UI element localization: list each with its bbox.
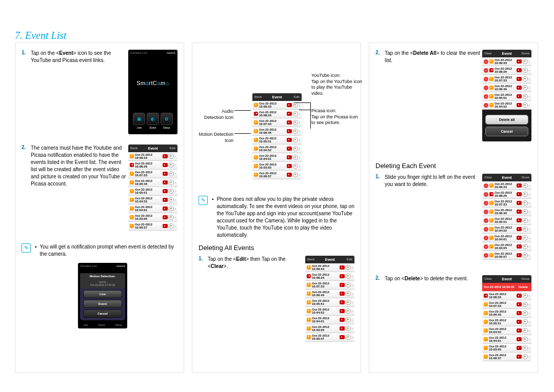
picasa-icon[interactable] — [293, 155, 298, 160]
event-row[interactable]: −Oct-22-2012 10:03:05› — [482, 242, 531, 251]
youtube-icon[interactable] — [287, 138, 292, 142]
youtube-icon[interactable] — [340, 326, 345, 331]
youtube-icon[interactable] — [517, 183, 522, 188]
youtube-icon[interactable] — [517, 103, 522, 107]
picasa-icon[interactable] — [346, 265, 351, 270]
youtube-icon[interactable] — [340, 274, 345, 278]
event-row[interactable]: −Oct-22-2012 10:04:01› — [482, 234, 531, 242]
picasa-icon[interactable] — [346, 300, 351, 305]
youtube-icon[interactable] — [517, 192, 522, 196]
delete-button[interactable]: Delete — [517, 284, 530, 290]
picasa-icon[interactable] — [523, 328, 528, 333]
event-row[interactable]: Oct-22-2012 10:07:33› — [128, 170, 177, 178]
live-button[interactable]: Live — [83, 290, 122, 298]
youtube-icon[interactable] — [340, 335, 345, 339]
event-row[interactable]: Oct-22-2012 10:05:51› — [128, 187, 177, 196]
youtube-icon[interactable] — [517, 210, 522, 214]
youtube-icon[interactable] — [517, 320, 522, 324]
event-row[interactable]: Oct-22-2012 10:00:57› — [305, 333, 354, 342]
event-row[interactable]: Oct-22-2012 10:03:05› — [482, 344, 531, 353]
event-row[interactable]: Oct-22-2012 10:00:57› — [252, 171, 302, 179]
youtube-icon[interactable] — [163, 189, 168, 193]
picasa-icon[interactable] — [293, 163, 298, 169]
picasa-icon[interactable] — [346, 274, 351, 279]
youtube-icon[interactable] — [517, 294, 522, 298]
event-row[interactable]: Oct-22-2012 10:06:46› — [482, 309, 531, 318]
picasa-icon[interactable] — [523, 209, 528, 214]
youtube-icon[interactable] — [517, 253, 522, 257]
picasa-icon[interactable] — [523, 293, 528, 298]
delete-minus-icon[interactable]: − — [484, 86, 488, 90]
event-row[interactable]: Oct-22-2012 10:03:05› — [128, 213, 177, 222]
picasa-icon[interactable] — [293, 146, 298, 151]
live-icon[interactable]: ▣ — [133, 113, 145, 125]
event-row[interactable]: Oct-22-2012 10:07:33› — [482, 300, 531, 309]
picasa-icon[interactable] — [346, 282, 351, 287]
event-button[interactable]: Event — [83, 300, 122, 308]
youtube-icon[interactable] — [517, 86, 522, 90]
youtube-icon[interactable] — [517, 201, 522, 205]
event-row[interactable]: Oct-22-2012 10:08:26› — [305, 272, 354, 281]
youtube-icon[interactable] — [517, 302, 522, 306]
picasa-icon[interactable] — [169, 154, 174, 159]
picasa-icon[interactable] — [523, 354, 528, 359]
picasa-icon[interactable] — [523, 192, 528, 197]
event-row[interactable]: −Oct-22-2012 10:09:33› — [482, 181, 531, 190]
event-row[interactable]: −Oct-22-2012 10:06:46› — [482, 84, 531, 92]
picasa-icon[interactable] — [523, 244, 528, 249]
youtube-icon[interactable] — [517, 77, 522, 81]
event-row[interactable]: Oct-22-2012 10:08:26› — [482, 292, 531, 300]
youtube-icon[interactable] — [163, 180, 168, 184]
picasa-icon[interactable] — [169, 215, 174, 220]
event-row[interactable]: Oct-22-2012 10:06:46› — [305, 290, 354, 298]
delete-minus-icon[interactable]: − — [484, 218, 488, 223]
picasa-icon[interactable] — [523, 76, 528, 81]
cancel-button[interactable]: Cancel — [485, 127, 528, 136]
youtube-icon[interactable] — [287, 155, 292, 159]
picasa-icon[interactable] — [346, 326, 351, 331]
event-row[interactable]: Oct-22-2012 10:00:57› — [128, 222, 177, 231]
youtube-icon[interactable] — [517, 337, 522, 341]
event-row[interactable]: −Oct-22-2012 10:08:26› — [482, 190, 531, 199]
picasa-icon[interactable] — [523, 200, 528, 205]
youtube-icon[interactable] — [340, 318, 345, 322]
picasa-icon[interactable] — [523, 235, 528, 240]
picasa-icon[interactable] — [346, 317, 351, 322]
picasa-icon[interactable] — [523, 85, 528, 90]
picasa-icon[interactable] — [523, 302, 528, 307]
picasa-icon[interactable] — [169, 171, 174, 176]
picasa-icon[interactable] — [523, 319, 528, 324]
delete-minus-icon[interactable]: − — [484, 183, 488, 188]
youtube-icon[interactable] — [287, 103, 292, 107]
youtube-icon[interactable] — [163, 224, 168, 228]
event-row[interactable]: Oct-22-2012 10:04:01› — [482, 335, 531, 344]
picasa-icon[interactable] — [293, 172, 298, 177]
youtube-icon[interactable] — [340, 309, 345, 313]
youtube-icon[interactable] — [517, 227, 522, 231]
picasa-icon[interactable] — [523, 218, 528, 223]
youtube-icon[interactable] — [340, 300, 345, 304]
event-row[interactable]: Oct-22-2012 10:06:46› — [128, 178, 177, 187]
event-row[interactable]: Oct-22-2012 10:05:51› — [482, 318, 531, 326]
picasa-icon[interactable] — [169, 197, 174, 202]
picasa-icon[interactable] — [523, 253, 528, 258]
youtube-icon[interactable] — [340, 265, 345, 270]
youtube-icon[interactable] — [163, 154, 168, 158]
delete-minus-icon[interactable]: − — [484, 244, 488, 249]
event-row[interactable]: Oct-22-2012 10:08:26› — [128, 161, 177, 170]
delete-minus-icon[interactable]: − — [484, 77, 488, 81]
youtube-icon[interactable] — [517, 311, 522, 315]
delete-minus-icon[interactable]: − — [484, 192, 488, 197]
youtube-icon[interactable] — [517, 328, 522, 333]
picasa-icon[interactable] — [523, 183, 528, 188]
event-row[interactable]: Oct-22-2012 10:04:52› — [482, 326, 531, 335]
event-row[interactable]: Oct-22-2012 10:04:01› — [305, 316, 354, 324]
event-row[interactable]: Oct-22-2012 10:09:33Delete — [482, 283, 531, 292]
event-row[interactable]: Oct-22-2012 10:04:52› — [252, 145, 302, 153]
event-row[interactable]: −Oct-22-2012 10:00:57› — [482, 251, 531, 260]
event-row[interactable]: −Oct-22-2012 10:04:52› — [482, 101, 531, 110]
picasa-icon[interactable] — [169, 189, 174, 194]
delete-minus-icon[interactable]: − — [484, 94, 488, 99]
youtube-icon[interactable] — [517, 244, 522, 249]
event-row[interactable]: Oct-22-2012 10:03:05› — [305, 324, 354, 333]
